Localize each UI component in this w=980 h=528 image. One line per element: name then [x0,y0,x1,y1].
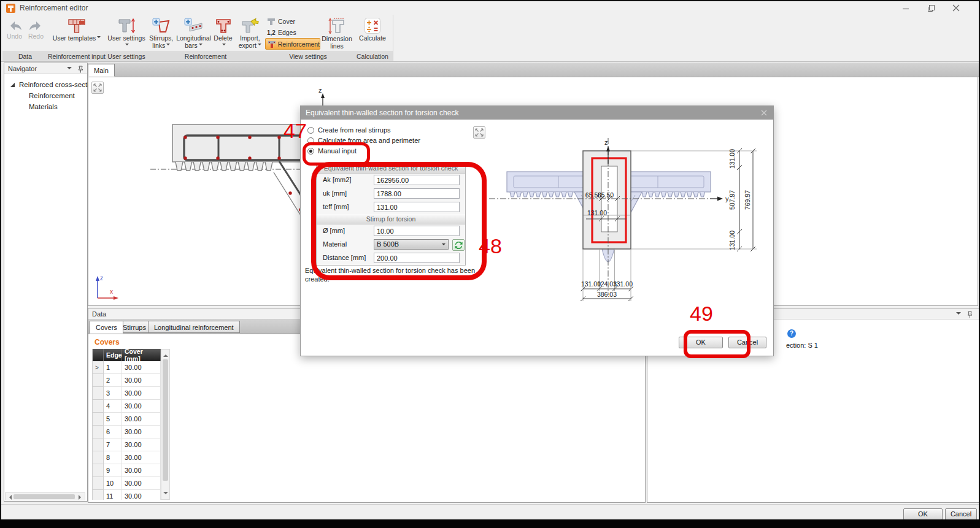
delete-icon [215,17,232,34]
row-selector-cell[interactable] [93,413,104,426]
covers-table-vscrollbar[interactable] [161,349,170,500]
scroll-up-icon[interactable] [163,352,168,357]
navigator-item-reinforced-cross-section[interactable]: Reinforced cross-section [19,81,97,88]
longitudinal-bars-icon [183,17,203,34]
tab-main[interactable]: Main [88,64,115,77]
row-selector-cell[interactable]: > [93,361,104,374]
tab-longitudinal-reinforcement[interactable]: Longitudinal reinforcement [148,321,240,333]
canvas-expand-icon[interactable] [91,82,104,94]
view-cover-toggle[interactable]: Cover [265,16,320,27]
edge-cell[interactable]: 3 [104,387,122,400]
ribbon-group-data: Undo Redo Data [2,15,48,61]
row-selector-cell[interactable] [93,464,104,477]
row-selector-cell[interactable] [93,451,104,464]
stirrups-links-button[interactable]: Stirrups, links [147,17,175,50]
panel-pin-icon[interactable] [965,310,974,318]
redo-icon [28,19,44,33]
cover-cell[interactable]: 30.00 [122,477,161,490]
table-row[interactable]: 330.00 [93,387,161,400]
cover-cell[interactable]: 30.00 [122,490,161,500]
table-row[interactable]: 930.00 [93,464,161,477]
table-row[interactable]: 530.00 [93,413,161,426]
close-icon[interactable] [944,1,968,15]
dropdown-caret-icon [222,44,226,47]
cover-cell[interactable]: 30.00 [122,426,161,438]
navigator-pin-icon[interactable] [76,65,85,73]
dialog-title-bar[interactable]: Equivalent thin-walled section for torsi… [301,106,773,120]
view-edges-toggle[interactable]: 1,2 Edges [265,27,320,38]
svg-text:131.00: 131.00 [728,149,736,169]
cover-cell[interactable]: 30.00 [122,374,161,387]
annotation-number-47: 47 [284,119,307,143]
row-selector-cell[interactable] [93,426,104,438]
drawing-z-axis-label: z [604,139,608,146]
edge-cell[interactable]: 6 [104,426,122,438]
dimension-lines-button[interactable]: Dimension lines [321,16,353,50]
undo-icon [7,19,23,33]
cover-cell[interactable]: 30.00 [122,464,161,477]
view-reinforcement-toggle[interactable]: Reinforcement [265,38,320,50]
scroll-right-icon[interactable] [79,495,83,500]
row-selector-cell[interactable] [93,374,104,387]
edge-cell[interactable]: 7 [104,438,122,451]
navigator-panel: Navigator Reinforced cross-section Reinf… [4,63,88,502]
navigator-item-reinforcement[interactable]: Reinforcement [29,92,75,99]
edge-cell[interactable]: 11 [104,490,122,500]
edge-cell[interactable]: 10 [104,477,122,490]
row-selector-cell[interactable] [93,490,104,500]
radio-create-from-real-stirrups[interactable] [307,127,314,134]
navigator-hscrollbar[interactable] [5,492,85,500]
edge-cell[interactable]: 5 [104,413,122,426]
maximize-icon[interactable] [919,1,943,15]
edge-cell[interactable]: 9 [104,464,122,477]
scroll-down-icon[interactable] [163,492,168,497]
row-selector-cell[interactable] [93,400,104,413]
reinforcement-editor-window: Reinforcement editor Undo Redo Data [0,0,980,519]
redo-button[interactable]: Redo [26,17,46,40]
table-row[interactable]: 1030.00 [93,477,161,490]
scrollbar-thumb[interactable] [163,359,168,481]
cover-cell[interactable]: 30.00 [122,413,161,426]
tree-expander-icon[interactable] [10,83,15,88]
undo-button[interactable]: Undo [5,17,25,40]
minimize-icon[interactable] [894,1,917,15]
footer-ok-button[interactable]: OK [903,508,943,519]
tab-covers[interactable]: Covers [90,321,123,334]
row-selector-cell[interactable] [93,477,104,490]
calculate-button[interactable]: Calculate [353,17,392,42]
table-row[interactable]: 630.00 [93,426,161,438]
scroll-left-icon[interactable] [7,495,12,500]
row-selector-cell[interactable] [93,438,104,451]
delete-button[interactable]: Delete [212,17,234,50]
edge-cell[interactable]: 4 [104,400,122,413]
table-row[interactable]: 730.00 [93,438,161,451]
table-row[interactable]: 1130.00 [93,490,161,500]
app-icon [6,4,15,15]
cover-cell[interactable]: 30.00 [122,387,161,400]
dialog-close-icon[interactable] [761,110,767,116]
navigator-item-materials[interactable]: Materials [29,103,58,110]
cover-cell[interactable]: 30.00 [122,361,161,374]
import-export-button[interactable]: Import, export [236,17,264,50]
table-row[interactable]: 430.00 [93,400,161,413]
cover-cell[interactable]: 30.00 [122,451,161,464]
edge-cell[interactable]: 2 [104,374,122,387]
help-icon[interactable]: ? [787,329,796,338]
longitudinal-bars-button[interactable]: Longitudinal bars [177,17,210,50]
table-row[interactable]: 830.00 [93,451,161,464]
edge-cell[interactable]: 8 [104,451,122,464]
table-row[interactable]: 230.00 [93,374,161,387]
row-selector-cell[interactable] [93,387,104,400]
canvas-z-axis-label: z [318,86,322,94]
cover-cell[interactable]: 30.00 [122,400,161,413]
dialog-expand-icon[interactable] [473,126,485,139]
user-settings-button[interactable]: User settings [107,17,146,50]
scrollbar-thumb[interactable] [14,494,75,499]
table-row[interactable]: >130.00 [93,361,161,374]
edge-cell[interactable]: 1 [104,361,122,374]
navigator-menu-caret-icon[interactable] [65,65,74,73]
user-templates-button[interactable]: User templates [49,17,104,42]
cover-cell[interactable]: 30.00 [122,438,161,451]
footer-cancel-button[interactable]: Cancel [945,508,977,519]
panel-menu-caret-icon[interactable] [954,310,963,318]
